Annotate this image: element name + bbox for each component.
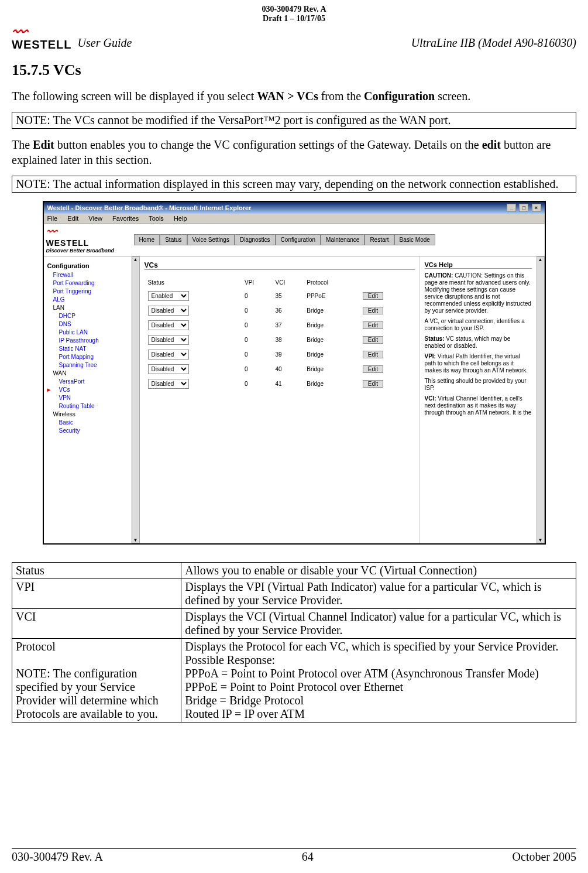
sidebar-head-config: Configuration — [47, 262, 128, 269]
protocol-cell: Bridge — [304, 304, 359, 317]
tab-configuration[interactable]: Configuration — [276, 234, 321, 245]
protocol-cell: Bridge — [304, 377, 359, 391]
help-p2: A VC, or virtual connection, identifies … — [425, 318, 532, 332]
sidebar-item-port-forwarding[interactable]: Port Forwarding — [53, 280, 128, 286]
tab-basic-mode[interactable]: Basic Mode — [394, 234, 435, 245]
protocol-cell: Bridge — [304, 362, 359, 376]
tab-diagnostics[interactable]: Diagnostics — [235, 234, 276, 245]
sidebar-item-vpn[interactable]: VPN — [59, 395, 128, 401]
sidebar-item-security[interactable]: Security — [59, 427, 128, 434]
ie-window: Westell - Discover Better Broadband® - M… — [43, 201, 546, 545]
scroll-up-icon[interactable]: ▲ — [133, 257, 138, 262]
tab-status[interactable]: Status — [160, 234, 187, 245]
status-select[interactable]: Disabled — [148, 320, 189, 330]
status-select[interactable]: Disabled — [148, 379, 189, 389]
edit-button[interactable]: Edit — [363, 365, 383, 373]
menu-view[interactable]: View — [88, 215, 102, 222]
sidebar-item-dhcp[interactable]: DHCP — [59, 313, 128, 319]
section-title: 15.7.5 VCs — [12, 61, 576, 79]
table-row: Disabled039BridgeEdit — [146, 348, 414, 361]
edit-paragraph: The Edit button enables you to change th… — [12, 137, 576, 167]
sidebar-item-ip-passthrough[interactable]: IP Passthrough — [59, 337, 128, 344]
tab-home[interactable]: Home — [134, 234, 160, 245]
edit-button[interactable]: Edit — [363, 321, 383, 329]
menu-edit[interactable]: Edit — [67, 215, 78, 222]
sidebar-item-firewall[interactable]: Firewall — [53, 272, 128, 278]
ie-titlebar: Westell - Discover Better Broadband® - M… — [44, 202, 545, 214]
vci-cell: 37 — [273, 319, 304, 332]
tab-restart[interactable]: Restart — [365, 234, 394, 245]
def-key: Status — [12, 563, 181, 579]
status-select[interactable]: Disabled — [148, 335, 189, 345]
vpi-cell: 0 — [242, 304, 272, 317]
sidebar-item-routing-table[interactable]: Routing Table — [59, 403, 128, 409]
close-icon[interactable]: × — [532, 204, 541, 212]
tab-maintenance[interactable]: Maintenance — [321, 234, 365, 245]
sidebar-item-port-mapping[interactable]: Port Mapping — [59, 354, 128, 360]
vpi-cell: 0 — [242, 333, 272, 347]
scroll-up-icon[interactable]: ▲ — [538, 257, 543, 262]
sidebar-scrollbar[interactable]: ▲ ▼ — [132, 256, 140, 543]
main-panel: VCs Status VPI VCI Protocol Enabled035PP… — [140, 256, 419, 543]
maximize-icon[interactable]: □ — [519, 204, 528, 212]
sidebar-item-static-nat[interactable]: Static NAT — [59, 345, 128, 352]
main-scrollbar[interactable]: ▲ ▼ — [537, 256, 545, 543]
minimize-icon[interactable]: _ — [507, 204, 516, 212]
menu-favorites[interactable]: Favorites — [112, 215, 139, 222]
edit-button[interactable]: Edit — [363, 336, 383, 344]
vc-table: Status VPI VCI Protocol Enabled035PPPoEE… — [145, 276, 415, 392]
vc-table-header: Status VPI VCI Protocol — [146, 277, 414, 288]
table-row: Disabled038BridgeEdit — [146, 333, 414, 347]
westell-logo: 〰 WESTELL — [12, 26, 72, 50]
vpi-cell: 0 — [242, 362, 272, 376]
sidebar: Configuration Firewall Port Forwarding P… — [44, 256, 132, 543]
sidebar-item-dns[interactable]: DNS — [59, 321, 128, 327]
vci-cell: 36 — [273, 304, 304, 317]
protocol-cell: PPPoE — [304, 289, 359, 303]
edit-button[interactable]: Edit — [363, 292, 383, 300]
sidebar-item-basic[interactable]: Basic — [59, 419, 128, 426]
col-status: Status — [146, 277, 241, 288]
table-row: Disabled040BridgeEdit — [146, 362, 414, 376]
table-row: Enabled035PPPoEEdit — [146, 289, 414, 303]
table-row: VPIDisplays the VPI (Virtual Path Indica… — [12, 579, 576, 609]
menu-help[interactable]: Help — [174, 215, 187, 222]
vpi-cell: 0 — [242, 377, 272, 391]
def-key: VCI — [12, 609, 181, 639]
sidebar-item-spanning-tree[interactable]: Spanning Tree — [59, 362, 128, 368]
sidebar-item-public-lan[interactable]: Public LAN — [59, 329, 128, 335]
scroll-down-icon[interactable]: ▼ — [538, 538, 543, 543]
status-select[interactable]: Disabled — [148, 364, 189, 374]
vci-cell: 41 — [273, 377, 304, 391]
footer-left: 030-300479 Rev. A — [12, 850, 103, 864]
menu-file[interactable]: File — [47, 215, 58, 222]
status-select[interactable]: Disabled — [148, 350, 189, 360]
sidebar-item-vcs[interactable]: VCs — [59, 386, 128, 393]
sidebar-item-port-triggering[interactable]: Port Triggering — [53, 288, 128, 295]
edit-button[interactable]: Edit — [363, 307, 383, 314]
sidebar-item-alg[interactable]: ALG — [53, 296, 128, 303]
status-select[interactable]: Enabled — [148, 291, 189, 301]
ie-body: Configuration Firewall Port Forwarding P… — [44, 256, 545, 543]
sidebar-head-wireless: Wireless — [53, 411, 128, 417]
def-key: VPI — [12, 579, 181, 609]
scroll-down-icon[interactable]: ▼ — [133, 538, 138, 543]
vci-cell: 35 — [273, 289, 304, 303]
vci-cell: 39 — [273, 348, 304, 361]
header-row: 〰 WESTELL User Guide UltraLine IIB (Mode… — [12, 26, 576, 50]
edit-button[interactable]: Edit — [363, 351, 383, 358]
tab-voice[interactable]: Voice Settings — [187, 234, 235, 245]
doc-header-line2: Draft 1 – 10/17/05 — [12, 14, 576, 23]
sidebar-item-versaport[interactable]: VersaPort — [59, 378, 128, 385]
help-p1: CAUTION: CAUTION: Settings on this page … — [425, 272, 532, 314]
protocol-cell: Bridge — [304, 333, 359, 347]
edit-button[interactable]: Edit — [363, 380, 383, 388]
status-select[interactable]: Disabled — [148, 306, 189, 316]
window-controls: _ □ × — [506, 204, 541, 212]
app-logo-text: WESTELL — [46, 238, 134, 248]
logo-mark-icon: 〰 — [12, 26, 27, 39]
menu-tools[interactable]: Tools — [149, 215, 164, 222]
help-title: VCs Help — [425, 261, 532, 269]
vci-cell: 40 — [273, 362, 304, 376]
table-row: Disabled037BridgeEdit — [146, 319, 414, 332]
